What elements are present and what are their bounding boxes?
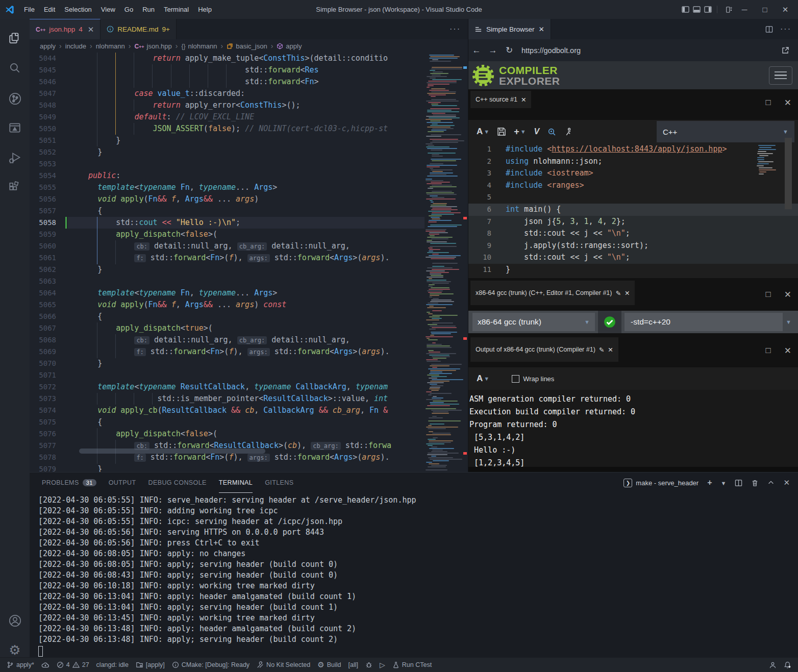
breadcrumb-item-apply[interactable]: apply (40, 42, 56, 50)
panel-tab-problems[interactable]: PROBLEMS31 (42, 472, 96, 493)
status-clangd-status[interactable]: clangd: idle (93, 658, 132, 672)
terminal[interactable]: [2022-04-30 06:05:55] INFO: serve_header… (38, 495, 793, 656)
close-pane-icon[interactable]: ✕ (784, 97, 791, 108)
add-pane-icon[interactable]: +▼ (514, 127, 526, 137)
godbolt-source-editor[interactable]: 1#include <https://localhost:8443/apply/… (468, 143, 798, 278)
rename-pane-icon[interactable]: ✎ (615, 289, 620, 297)
close-pane-icon[interactable]: ✕ (784, 345, 791, 356)
close-window-button[interactable]: ✕ (777, 0, 794, 19)
horizontal-scrollbar[interactable] (79, 449, 265, 454)
search-icon[interactable] (0, 56, 30, 80)
menu-view[interactable]: View (96, 0, 120, 19)
menu-selection[interactable]: Selection (60, 0, 96, 19)
status-problems-summary[interactable]: 427 (53, 658, 93, 672)
maximize-pane-icon[interactable]: □ (765, 289, 770, 300)
status-cmake-kit[interactable]: No Kit Selected (253, 658, 314, 672)
compiler-flags-input[interactable]: -std=c++20 (625, 313, 783, 331)
reload-icon[interactable]: ↻ (501, 45, 517, 56)
rename-pane-icon[interactable]: ✎ (599, 346, 604, 354)
tab-json.hpp[interactable]: C++json.hpp4✕ (30, 19, 101, 39)
cmake-panel-icon[interactable] (0, 116, 30, 140)
maximize-panel-icon[interactable] (767, 479, 775, 486)
tab-readme.md[interactable]: README.md9+ (101, 19, 177, 39)
status-cmake-build[interactable]: ⚙Build (314, 658, 344, 672)
sponsor-icon[interactable] (564, 128, 573, 136)
font-size-icon[interactable]: A▼ (477, 127, 489, 137)
panel-tab-output[interactable]: OUTPUT (109, 472, 136, 493)
tab-simple-browser[interactable]: Simple Browser ✕ (468, 19, 551, 39)
status-cmake-project[interactable]: [apply] (132, 658, 168, 672)
open-external-icon[interactable] (781, 46, 789, 55)
explorer-icon[interactable] (0, 26, 30, 51)
breadcrumb-item-include[interactable]: include (65, 42, 86, 50)
godbolt-logo-text[interactable]: COMPILER EXPLORER (499, 65, 560, 86)
split-terminal-icon[interactable] (735, 479, 742, 487)
maximize-button[interactable]: □ (756, 0, 774, 19)
close-tab-icon[interactable]: ✕ (88, 25, 94, 34)
toggle-panel-icon[interactable] (693, 6, 701, 13)
close-pane-icon[interactable]: ✕ (608, 346, 613, 354)
split-editor-icon[interactable] (765, 26, 773, 33)
vscode-logo-icon[interactable] (0, 5, 19, 15)
compiler-pane-tab[interactable]: x86-64 gcc (trunk) (C++, Editor #1, Comp… (470, 281, 635, 305)
compiler-select[interactable]: x86-64 gcc (trunk)▼ (472, 313, 595, 331)
font-size-icon[interactable]: A (477, 374, 483, 384)
terminal-profile-caret-icon[interactable]: ▼ (721, 479, 727, 487)
status-debug-button[interactable] (362, 658, 376, 672)
status-notifications[interactable] (780, 658, 795, 672)
breadcrumb-item-json.hpp[interactable]: C++json.hpp (134, 42, 171, 50)
menu-file[interactable]: File (19, 0, 39, 19)
status-publish-changes[interactable] (38, 658, 53, 672)
account-icon[interactable] (0, 608, 30, 633)
status-launch-button[interactable]: ▷ (376, 658, 389, 672)
customize-layout-icon[interactable] (726, 6, 733, 13)
menu-help[interactable]: Help (193, 0, 216, 19)
language-select[interactable]: C++▼ (657, 121, 794, 142)
breadcrumb-item-basic_json[interactable]: basic_json (227, 42, 267, 50)
kill-terminal-icon[interactable] (751, 479, 759, 487)
save-icon[interactable] (497, 128, 506, 136)
close-pane-icon[interactable]: ✕ (521, 96, 526, 104)
toggle-sidebar-icon[interactable] (682, 6, 689, 13)
close-tab-icon[interactable]: ✕ (539, 25, 544, 33)
panel-tab-terminal[interactable]: TERMINAL (219, 472, 253, 493)
program-output[interactable]: ASM generation compiler returned: 0Execu… (468, 390, 798, 467)
close-pane-icon[interactable]: ✕ (784, 289, 791, 300)
output-pane-tab[interactable]: Output of x86-64 gcc (trunk) (Compiler #… (470, 337, 618, 362)
status-feedback[interactable] (765, 658, 780, 672)
maximize-pane-icon[interactable]: □ (765, 345, 770, 356)
run-debug-icon[interactable] (0, 145, 30, 170)
status-run-ctest[interactable]: Run CTest (389, 658, 435, 672)
godbolt-logo-icon[interactable] (471, 64, 495, 87)
panel-tab-debug-console[interactable]: DEBUG CONSOLE (148, 472, 207, 493)
editor-more-actions-icon[interactable]: ··· (442, 19, 468, 39)
vim-mode-icon[interactable]: V (534, 127, 540, 136)
close-pane-icon[interactable]: ✕ (625, 289, 630, 297)
menu-go[interactable]: Go (120, 0, 138, 19)
options-caret-icon[interactable]: ▼ (786, 319, 791, 325)
terminal-title[interactable]: ❯make - serve_header (624, 479, 699, 487)
wrap-lines-checkbox[interactable] (512, 375, 519, 383)
maximize-pane-icon[interactable]: □ (765, 97, 770, 108)
url-field[interactable]: https://godbolt.org (521, 46, 581, 55)
source-control-icon[interactable] (0, 86, 30, 111)
minimize-button[interactable]: ─ (736, 0, 753, 19)
more-actions-icon[interactable]: ··· (780, 24, 791, 34)
breadcrumb-item-nlohmann[interactable]: nlohmann (96, 42, 125, 50)
status-git-branch[interactable]: apply* (3, 658, 38, 672)
back-icon[interactable]: ← (468, 45, 485, 56)
extensions-icon[interactable] (0, 175, 30, 200)
zoom-icon[interactable] (547, 128, 556, 136)
toggle-secondary-sidebar-icon[interactable] (704, 6, 712, 13)
menu-edit[interactable]: Edit (39, 0, 60, 19)
source-pane-tab[interactable]: C++ source #1✕ (470, 91, 531, 108)
new-terminal-icon[interactable]: + (707, 478, 712, 487)
godbolt-scrollbar[interactable] (785, 138, 792, 209)
status-build-target[interactable]: [all] (345, 658, 362, 672)
forward-icon[interactable]: → (485, 45, 501, 56)
minimap[interactable] (425, 53, 467, 472)
breadcrumb-item-nlohmann[interactable]: {}nlohmann (181, 42, 217, 50)
menu-run[interactable]: Run (138, 0, 159, 19)
breadcrumb-item-apply[interactable]: apply (277, 42, 302, 50)
menu-terminal[interactable]: Terminal (159, 0, 193, 19)
